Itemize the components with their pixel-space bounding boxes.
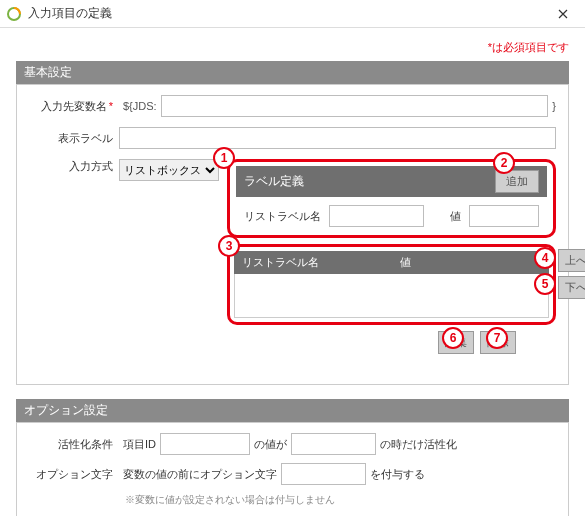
display-label-input[interactable] [119, 127, 556, 149]
callout-1: 1 [213, 147, 235, 169]
input-method-row: 入力方式 リストボックス 1 2 ラベル定義 追加 リストラベル名 値 [29, 159, 556, 354]
variable-input[interactable] [161, 95, 549, 117]
item-id-label: 項目ID [123, 437, 156, 452]
callout-7: 7 [486, 327, 508, 349]
listbox-config: 1 2 ラベル定義 追加 リストラベル名 値 3 [227, 159, 556, 354]
label-def-box: 2 ラベル定義 追加 リストラベル名 値 [227, 159, 556, 238]
callout-3: 3 [218, 235, 240, 257]
list-label-name-label: リストラベル名 [244, 209, 321, 224]
value-label: 値 [450, 209, 461, 224]
variable-row: 入力先変数名* ${JDS: } [29, 95, 556, 117]
reorder-buttons: 4 上へ 5 下へ [558, 249, 585, 299]
basic-settings-body: 入力先変数名* ${JDS: } 表示ラベル 入力方式 リストボックス 1 2 … [16, 84, 569, 385]
value-is-text: の値が [254, 437, 287, 452]
option-char-text1: 変数の値の前にオプション文字 [123, 467, 277, 482]
grid-col-label: リストラベル名 [234, 251, 392, 274]
list-label-name-input[interactable] [329, 205, 424, 227]
down-button[interactable]: 下へ [558, 276, 585, 299]
input-method-select[interactable]: リストボックス [119, 159, 219, 181]
item-id-input[interactable] [160, 433, 250, 455]
display-label: 表示ラベル [29, 131, 119, 146]
option-char-label: オプション文字 [29, 467, 119, 482]
required-note: *は必須項目です [16, 40, 569, 55]
input-method-label: 入力方式 [29, 159, 119, 174]
label-grid-box: 3 リストラベル名 値 [227, 244, 556, 325]
up-button[interactable]: 上へ [558, 249, 585, 272]
option-char-row: オプション文字 変数の値の前にオプション文字 を付与する [29, 463, 556, 485]
edit-delete-buttons: 6 編集 7 削除 [227, 331, 556, 354]
activation-value-input[interactable] [291, 433, 376, 455]
variable-suffix: } [552, 100, 556, 112]
callout-2: 2 [493, 152, 515, 174]
activation-row: 活性化条件 項目ID の値が の時だけ活性化 [29, 433, 556, 455]
activation-label: 活性化条件 [29, 437, 119, 452]
option-section: オプション設定 活性化条件 項目ID の値が の時だけ活性化 オプション文字 変… [16, 399, 569, 516]
display-label-row: 表示ラベル [29, 127, 556, 149]
dialog-body: *は必須項目です 基本設定 入力先変数名* ${JDS: } 表示ラベル 入力方… [0, 28, 585, 516]
option-char-input[interactable] [281, 463, 366, 485]
variable-prefix: ${JDS: [123, 100, 157, 112]
value-input[interactable] [469, 205, 539, 227]
option-header: オプション設定 [16, 399, 569, 422]
option-body: 活性化条件 項目ID の値が の時だけ活性化 オプション文字 変数の値の前にオプ… [16, 422, 569, 516]
close-button[interactable] [547, 0, 579, 27]
callout-4: 4 [534, 247, 556, 269]
callout-6: 6 [442, 327, 464, 349]
variable-label: 入力先変数名* [29, 99, 119, 114]
callout-5: 5 [534, 273, 556, 295]
grid-col-value: 値 [392, 251, 550, 274]
app-icon [6, 6, 22, 22]
when-active-text: の時だけ活性化 [380, 437, 457, 452]
window-title: 入力項目の定義 [28, 5, 547, 22]
label-def-inputs: リストラベル名 値 [236, 197, 547, 227]
title-bar: 入力項目の定義 [0, 0, 585, 28]
option-hint: ※変数に値が設定されない場合は付与しません [125, 493, 556, 507]
basic-settings-header: 基本設定 [16, 61, 569, 84]
grid-body[interactable] [234, 274, 549, 318]
option-char-text2: を付与する [370, 467, 425, 482]
grid-header: リストラベル名 値 [234, 251, 549, 274]
